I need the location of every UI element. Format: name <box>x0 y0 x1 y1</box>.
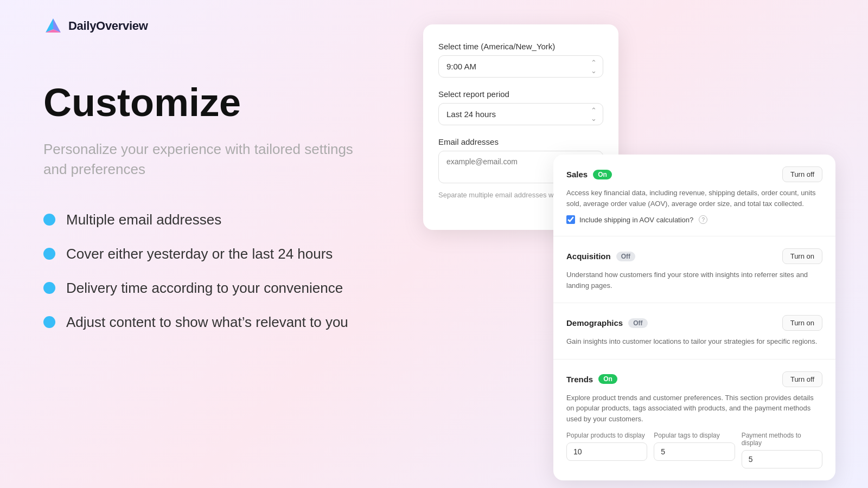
section-desc-trends: Explore product trends and customer pref… <box>566 393 822 425</box>
trends-field-label-1: Popular tags to display <box>654 432 735 439</box>
trends-field-input-2[interactable] <box>742 450 822 468</box>
period-group: Select report period Last 24 hoursYester… <box>438 89 603 125</box>
time-select[interactable]: 9:00 AM8:00 AM10:00 AM12:00 PM <box>438 55 603 78</box>
bullet-dot <box>43 248 55 260</box>
page-subtitle: Personalize your experience with tailore… <box>43 139 358 179</box>
section-badge-demographics: Off <box>628 318 647 328</box>
time-group: Select time (America/New_York) 9:00 AM8:… <box>438 42 603 78</box>
trends-field-0: Popular products to display <box>566 432 647 468</box>
period-select-wrapper: Last 24 hoursYesterday ⌃⌄ <box>438 103 603 125</box>
section-header-demographics: Demographics Off Turn on <box>566 315 822 331</box>
section-title-trends: Trends <box>566 375 593 384</box>
section-row-sales: Sales On Turn off Access key financial d… <box>553 155 835 236</box>
period-label: Select report period <box>438 89 603 99</box>
section-title-demographics: Demographics <box>566 318 623 328</box>
section-header-trends: Trends On Turn off <box>566 371 822 387</box>
section-row-trends: Trends On Turn off Explore product trend… <box>553 359 835 481</box>
bullet-text: Adjust content to show what’s relevant t… <box>66 314 348 331</box>
bullet-item: Cover either yesterday or the last 24 ho… <box>43 246 358 262</box>
trends-field-input-0[interactable] <box>566 442 647 461</box>
bullet-text: Delivery time according to your convenie… <box>66 280 343 297</box>
section-desc-acquisition: Understand how customers find your store… <box>566 269 822 291</box>
period-select[interactable]: Last 24 hoursYesterday <box>438 103 603 125</box>
section-row-demographics: Demographics Off Turn on Gain insights i… <box>553 303 835 359</box>
checkbox-row: Include shipping in AOV calculation? ? <box>566 215 822 224</box>
bullet-item: Adjust content to show what’s relevant t… <box>43 314 358 331</box>
section-badge-sales: On <box>593 170 612 179</box>
page-title: Customize <box>43 81 358 124</box>
sales-checkbox[interactable] <box>566 215 575 224</box>
email-label: Email addresses <box>438 137 603 146</box>
section-title-group-sales: Sales On <box>566 170 612 179</box>
feature-list: Multiple email addresses Cover either ye… <box>43 211 358 331</box>
time-label: Select time (America/New_York) <box>438 42 603 51</box>
section-title-group-trends: Trends On <box>566 374 617 384</box>
section-toggle-acquisition[interactable]: Turn on <box>782 248 822 264</box>
section-badge-trends: On <box>598 374 617 384</box>
section-title-group-acquisition: Acquisition Off <box>566 252 635 261</box>
section-title-sales: Sales <box>566 170 588 179</box>
section-row-acquisition: Acquisition Off Turn on Understand how c… <box>553 236 835 303</box>
trends-sub: Popular products to display Popular tags… <box>566 432 822 468</box>
bullet-dot <box>43 282 55 294</box>
section-desc-demographics: Gain insights into customer locations to… <box>566 336 822 347</box>
info-icon[interactable]: ? <box>699 215 707 224</box>
bullet-item: Multiple email addresses <box>43 211 358 228</box>
right-section: Select time (America/New_York) 9:00 AM8:… <box>423 24 835 469</box>
section-toggle-sales[interactable]: Turn off <box>782 166 822 182</box>
trends-field-label-2: Payment methods to display <box>742 432 822 447</box>
section-title-group-demographics: Demographics Off <box>566 318 648 328</box>
bullet-dot <box>43 316 55 328</box>
logo-text: DailyOverview <box>68 19 148 33</box>
section-header-sales: Sales On Turn off <box>566 166 822 182</box>
section-header-acquisition: Acquisition Off Turn on <box>566 248 822 264</box>
logo-icon <box>43 16 63 36</box>
section-toggle-demographics[interactable]: Turn on <box>782 315 822 331</box>
section-title-acquisition: Acquisition <box>566 252 611 261</box>
sections-card: Sales On Turn off Access key financial d… <box>553 155 835 480</box>
time-select-wrapper: 9:00 AM8:00 AM10:00 AM12:00 PM ⌃⌄ <box>438 55 603 78</box>
left-content: Customize Personalize your experience wi… <box>43 81 358 331</box>
bullet-text: Cover either yesterday or the last 24 ho… <box>66 246 333 262</box>
section-toggle-trends[interactable]: Turn off <box>782 371 822 387</box>
section-desc-sales: Access key financial data, including rev… <box>566 188 822 209</box>
bullet-text: Multiple email addresses <box>66 211 221 228</box>
trends-field-input-1[interactable] <box>654 442 735 461</box>
bullet-dot <box>43 214 55 226</box>
header: DailyOverview <box>43 16 148 36</box>
section-badge-acquisition: Off <box>616 252 635 261</box>
sales-checkbox-label: Include shipping in AOV calculation? <box>579 216 693 224</box>
trends-field-1: Popular tags to display <box>654 432 735 468</box>
trends-field-2: Payment methods to display <box>742 432 822 468</box>
bullet-item: Delivery time according to your convenie… <box>43 280 358 297</box>
trends-field-label-0: Popular products to display <box>566 432 647 439</box>
